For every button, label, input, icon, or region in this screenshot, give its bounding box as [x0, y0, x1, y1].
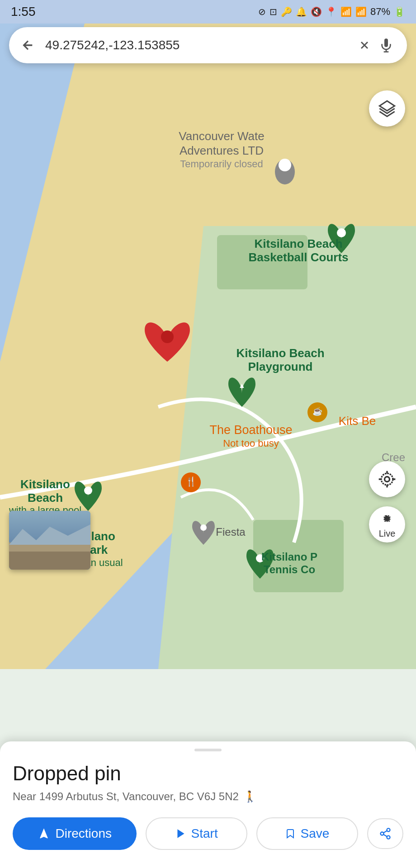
battery-icon: 🔋: [394, 6, 405, 17]
action-buttons: Directions Start Save: [13, 817, 403, 850]
svg-point-50: [381, 832, 384, 835]
svg-point-9: [337, 228, 346, 237]
mic-button[interactable]: [374, 33, 398, 57]
search-bar: 49.275242,-123.153855: [9, 27, 407, 63]
layer-toggle-button[interactable]: [369, 90, 405, 127]
status-bar: 1:55 ⊘ ⊡ 🔑 🔔 🔇 📍 📶 📶 87% 🔋: [0, 0, 416, 24]
svg-text:Temporarily closed: Temporarily closed: [180, 158, 263, 170]
svg-point-8: [279, 159, 291, 171]
location-icon: 📍: [326, 6, 337, 17]
svg-marker-48: [177, 829, 184, 838]
svg-text:Basketball Courts: Basketball Courts: [248, 250, 348, 264]
svg-line-53: [383, 831, 387, 833]
svg-text:▲: ▲: [238, 382, 246, 389]
save-label: Save: [300, 826, 329, 841]
svg-text:Not too busy: Not too busy: [223, 438, 279, 449]
clear-button[interactable]: [355, 35, 374, 55]
svg-point-41: [381, 473, 393, 485]
live-label: Live: [379, 528, 396, 539]
key-icon: 🔑: [281, 6, 292, 17]
live-button[interactable]: Live: [369, 506, 405, 542]
svg-text:Kitsilano: Kitsilano: [20, 477, 70, 491]
svg-text:Vancouver Wate: Vancouver Wate: [179, 129, 264, 143]
svg-point-11: [84, 486, 92, 495]
location-title: Dropped pin: [13, 762, 403, 785]
bottom-sheet: Dropped pin Near 1499 Arbutus St, Vancou…: [0, 741, 416, 868]
status-time: 1:55: [11, 5, 36, 19]
svg-text:Kitsilano P: Kitsilano P: [261, 551, 317, 563]
mute-icon: 🔇: [311, 6, 322, 17]
directions-button[interactable]: Directions: [13, 817, 137, 850]
start-label: Start: [191, 826, 218, 841]
start-button[interactable]: Start: [146, 817, 247, 850]
svg-text:🍴: 🍴: [185, 476, 197, 487]
share-button[interactable]: [367, 818, 403, 849]
svg-text:Kitsilano Beach: Kitsilano Beach: [254, 237, 342, 250]
alarm-icon: 🔔: [296, 6, 307, 17]
address-text: Near 1499 Arbutus St, Vancouver, BC V6J …: [13, 790, 239, 803]
svg-point-42: [385, 516, 389, 520]
back-button[interactable]: [18, 35, 38, 55]
notification-icon: ⊘: [258, 6, 266, 17]
svg-text:Kitsilano Beach: Kitsilano Beach: [236, 346, 324, 360]
svg-line-52: [383, 835, 387, 837]
directions-label: Directions: [56, 826, 112, 841]
signal-icon: 📶: [355, 6, 367, 17]
svg-text:Adventures LTD: Adventures LTD: [180, 144, 264, 157]
save-button[interactable]: Save: [256, 817, 358, 850]
svg-point-14: [200, 524, 207, 531]
battery-indicator: 87%: [370, 6, 390, 18]
svg-text:Playground: Playground: [248, 360, 312, 373]
svg-text:Fiesta: Fiesta: [216, 526, 246, 538]
svg-point-51: [387, 836, 390, 839]
svg-point-10: [161, 330, 174, 343]
map-area[interactable]: ▲ 🍴 ☕ Vancouver Wate Adventures LTD Temp…: [0, 0, 416, 669]
svg-text:an usual: an usual: [85, 557, 123, 568]
status-icons: ⊘ ⊡ 🔑 🔔 🔇 📍 📶 📶 87% 🔋: [258, 6, 405, 18]
svg-text:The Boathouse: The Boathouse: [209, 423, 292, 437]
svg-text:☕: ☕: [312, 406, 323, 416]
svg-point-40: [385, 477, 390, 482]
camera-icon: ⊡: [269, 6, 277, 17]
sheet-handle: [194, 749, 222, 751]
wifi-icon: 📶: [340, 6, 352, 17]
svg-text:Beach: Beach: [28, 491, 63, 505]
location-thumbnail[interactable]: 👁: [9, 511, 90, 570]
walk-icon: 🚶: [243, 790, 257, 803]
svg-point-49: [387, 828, 390, 831]
svg-text:Kits Be: Kits Be: [339, 414, 376, 428]
search-input[interactable]: 49.275242,-123.153855: [38, 38, 355, 52]
svg-text:Tennis Co: Tennis Co: [264, 563, 315, 576]
location-address: Near 1499 Arbutus St, Vancouver, BC V6J …: [13, 790, 403, 803]
location-button[interactable]: [369, 461, 405, 497]
